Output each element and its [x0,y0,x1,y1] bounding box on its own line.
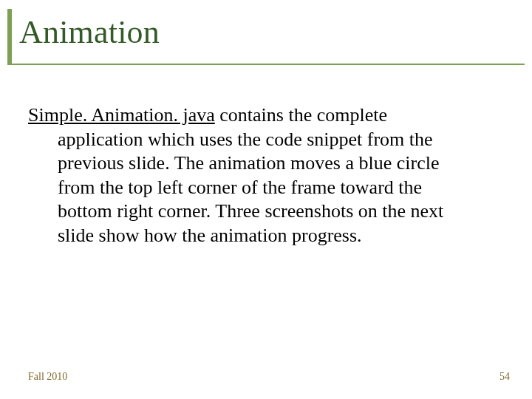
slide-number: 54 [499,371,510,383]
footer-term: Fall 2010 [28,371,67,383]
body-paragraph: Simple. Animation. java contains the com… [28,103,471,248]
body-text: Simple. Animation. java contains the com… [28,103,471,248]
title-accent-bar [7,9,12,64]
source-file-link[interactable]: Simple. Animation. java [28,104,215,126]
slide-title: Animation [19,13,160,51]
slide: Animation Simple. Animation. java contai… [0,0,532,399]
title-underline [7,64,525,65]
